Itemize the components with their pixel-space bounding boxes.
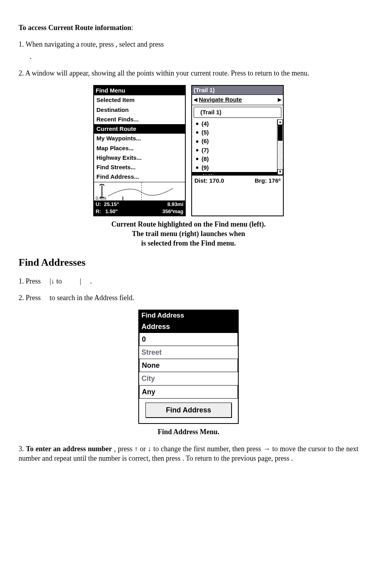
fa-title: Find Address (139, 310, 238, 321)
waypoint-dot-icon (196, 123, 198, 125)
find-address-panel: Find Address Address 0 Street None City … (138, 310, 239, 424)
trail-footer: Dist: 170.0 Brg: 176º (192, 175, 283, 186)
menu-selected-item[interactable]: Selected Item (94, 95, 185, 105)
menu-recent-finds[interactable]: Recent Finds... (94, 115, 185, 124)
scroll-up-icon[interactable]: ▲ (277, 119, 283, 125)
list-item-selected[interactable]: (10) ◁ (192, 172, 283, 175)
find-addresses-heading: Find Addresses (19, 255, 358, 269)
find-menu-panel: Find Menu Selected Item Destination Rece… (93, 85, 186, 216)
figure-caption-1: Current Route highlighted on the Find me… (19, 219, 358, 248)
list-item[interactable]: (6) (192, 137, 283, 146)
map-scale-label: 0.4mi (96, 196, 106, 200)
menu-my-waypoints[interactable]: My Waypoints... (94, 134, 185, 143)
waypoint-dot-icon (196, 131, 198, 134)
screenshots-row: Find Menu Selected Item Destination Rece… (19, 85, 358, 216)
fa-step-1: 1. Press |↓ to | . (19, 276, 358, 286)
fa-street-field[interactable]: None (139, 359, 238, 372)
trail-panel: (Trail 1) ◀ Navigate Route ▶ (Trail 1) (… (191, 85, 284, 216)
fa-city-label: City (139, 372, 238, 385)
find-menu-title: Find Menu (94, 86, 185, 95)
step-1b: . (30, 52, 358, 61)
menu-destination[interactable]: Destination (94, 105, 185, 115)
dist-label: Dist: 170.0 (194, 177, 224, 185)
brg-label: Brg: 176º (254, 177, 281, 185)
fa-street-label: Street (139, 346, 238, 359)
list-item[interactable]: (8) (192, 155, 283, 163)
list-item[interactable]: (7) (192, 146, 283, 155)
scrollbar[interactable]: ▲ ▼ (277, 119, 283, 175)
section-heading: To access Current Route information: (19, 23, 358, 32)
find-menu-footer2: R: 1.50" 356ºmag (94, 208, 185, 216)
waypoint-dot-icon (196, 158, 198, 160)
menu-find-address[interactable]: Find Address... (94, 172, 185, 182)
trail-sublabel: (Trail 1) (194, 107, 281, 118)
fa-city-field[interactable]: Any (139, 385, 238, 399)
fa-address-field[interactable]: 0 (139, 333, 238, 346)
menu-current-route[interactable]: Current Route (94, 124, 185, 134)
trail-title: (Trail 1) (192, 86, 283, 95)
waypoint-dot-icon (196, 149, 198, 151)
navigate-route-label: Navigate Route (197, 96, 278, 104)
scroll-down-icon[interactable]: ▼ (277, 169, 283, 175)
nav-right-icon[interactable]: ▶ (278, 96, 281, 103)
step-2: 2. A window will appear, showing all the… (19, 68, 358, 78)
menu-map-places[interactable]: Map Places... (94, 144, 185, 153)
figure-caption-2: Find Address Menu. (19, 427, 358, 437)
mini-map: 0.4mi ‖ (94, 182, 185, 200)
fa-step-2: 2. Press to search in the Address field. (19, 293, 358, 303)
step-3: 3. To enter an address number , press ↑ … (19, 444, 358, 463)
find-menu-footer: U: 25.15" 8.93mi (94, 200, 185, 208)
scroll-thumb[interactable] (278, 125, 283, 141)
nav-left-icon[interactable]: ◀ (194, 96, 197, 103)
menu-find-streets[interactable]: Find Streets... (94, 163, 185, 172)
fa-find-button[interactable]: Find Address (145, 403, 232, 418)
list-item[interactable]: (4) (192, 119, 283, 128)
step-1: 1. When navigating a route, press , sele… (19, 40, 358, 49)
fa-address-label: Address (139, 321, 238, 332)
svg-text:‖: ‖ (122, 196, 124, 200)
waypoint-dot-icon (196, 140, 198, 143)
trail-list: (4) (5) (6) (7) (8) (9) (10) ◁ (11) ▲ ▼ (192, 119, 283, 175)
list-item[interactable]: (9) (192, 163, 283, 172)
navigate-route-bar[interactable]: ◀ Navigate Route ▶ (192, 95, 283, 105)
menu-highway-exits[interactable]: Highway Exits... (94, 153, 185, 163)
waypoint-dot-icon (196, 166, 198, 169)
list-item[interactable]: (5) (192, 128, 283, 137)
